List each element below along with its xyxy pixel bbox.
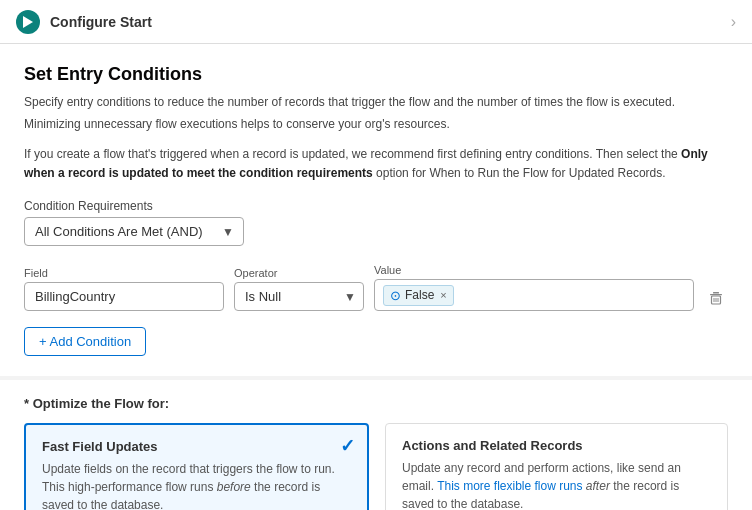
header-bar: Configure Start › xyxy=(0,0,752,44)
optimize-label: * Optimize the Flow for: xyxy=(24,396,728,411)
fast-field-title: Fast Field Updates xyxy=(42,439,351,454)
value-pill: ⊙ False × xyxy=(383,285,454,306)
trash-icon xyxy=(708,291,724,307)
condition-row: Field Operator Is Null Is Not Null Equal… xyxy=(24,264,728,311)
actions-related-desc: Update any record and perform actions, l… xyxy=(402,459,711,510)
info-text-before: If you create a flow that's triggered wh… xyxy=(24,147,678,161)
field-label: Field xyxy=(24,267,224,279)
description-line2: Minimizing unnecessary flow executions h… xyxy=(24,115,728,133)
check-mark-icon: ✓ xyxy=(340,435,355,457)
fast-field-italic: before xyxy=(217,480,251,494)
configure-start-icon xyxy=(16,10,40,34)
value-label: Value xyxy=(374,264,694,276)
main-content: Set Entry Conditions Specify entry condi… xyxy=(0,44,752,380)
description-line1: Specify entry conditions to reduce the n… xyxy=(24,93,728,111)
fast-field-card[interactable]: ✓ Fast Field Updates Update fields on th… xyxy=(24,423,369,510)
field-group: Field xyxy=(24,267,224,311)
actions-related-link: This more flexible flow runs xyxy=(437,479,586,493)
add-condition-label: + Add Condition xyxy=(39,334,131,349)
svg-marker-0 xyxy=(23,16,33,28)
optimize-cards: ✓ Fast Field Updates Update fields on th… xyxy=(24,423,728,510)
pill-icon: ⊙ xyxy=(390,288,401,303)
actions-related-card[interactable]: Actions and Related Records Update any r… xyxy=(385,423,728,510)
field-input[interactable] xyxy=(24,282,224,311)
play-icon xyxy=(23,16,33,28)
actions-related-title: Actions and Related Records xyxy=(402,438,711,453)
operator-select[interactable]: Is Null Is Not Null Equals xyxy=(234,282,364,311)
svg-rect-1 xyxy=(713,292,719,294)
condition-requirements-select[interactable]: All Conditions Are Met (AND) Any Conditi… xyxy=(24,217,244,246)
actions-related-italic: after xyxy=(586,479,610,493)
value-group: Value ⊙ False × xyxy=(374,264,694,311)
chevron-icon: › xyxy=(731,13,736,31)
info-text-after: option for When to Run the Flow for Upda… xyxy=(376,166,665,180)
add-condition-button[interactable]: + Add Condition xyxy=(24,327,146,356)
pill-close-button[interactable]: × xyxy=(440,289,446,301)
optimize-section: * Optimize the Flow for: ✓ Fast Field Up… xyxy=(0,380,752,510)
pill-text: False xyxy=(405,288,434,302)
operator-group: Operator Is Null Is Not Null Equals ▼ xyxy=(234,267,364,311)
operator-select-wrapper[interactable]: Is Null Is Not Null Equals ▼ xyxy=(234,282,364,311)
section-title: Set Entry Conditions xyxy=(24,64,728,85)
value-input-box[interactable]: ⊙ False × xyxy=(374,279,694,311)
svg-rect-2 xyxy=(710,294,722,295)
delete-condition-button[interactable] xyxy=(704,287,728,311)
operator-label: Operator xyxy=(234,267,364,279)
header-title: Configure Start xyxy=(50,14,731,30)
condition-requirements-select-wrapper[interactable]: All Conditions Are Met (AND) Any Conditi… xyxy=(24,217,244,246)
optimize-label-text: Optimize the Flow for: xyxy=(33,396,170,411)
condition-requirements-label: Condition Requirements xyxy=(24,199,728,213)
optimize-asterisk: * xyxy=(24,396,29,411)
info-box: If you create a flow that's triggered wh… xyxy=(24,145,728,183)
fast-field-desc: Update fields on the record that trigger… xyxy=(42,460,351,510)
